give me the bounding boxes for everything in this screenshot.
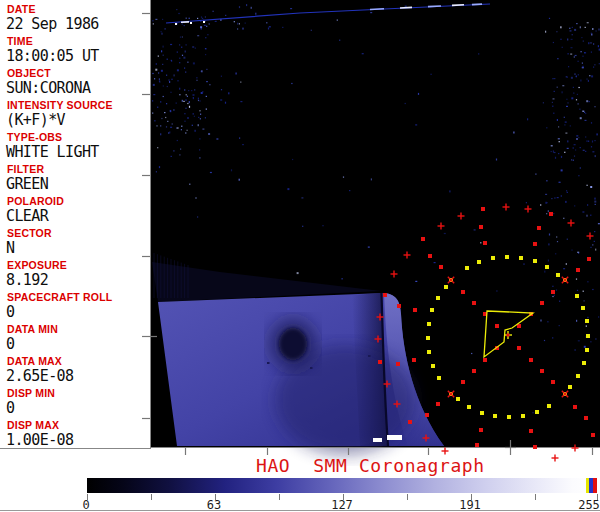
- noise-speckle: [156, 125, 157, 126]
- noise-speckle: [567, 39, 568, 41]
- grid-dot-red: [573, 405, 577, 409]
- noise-speckle: [578, 61, 579, 62]
- noise-speckle: [337, 20, 338, 21]
- grid-dot-red: [591, 433, 595, 437]
- noise-speckle: [595, 249, 596, 251]
- noise-speckle: [555, 253, 556, 254]
- noise-speckle: [557, 241, 558, 242]
- image-seam: [382, 293, 389, 446]
- noise-speckle: [202, 91, 203, 92]
- noise-speckle: [587, 185, 588, 186]
- noise-speckle: [155, 19, 157, 20]
- sidebar-field: TIME18:00:05 UT: [0, 32, 150, 64]
- noise-speckle: [180, 37, 181, 38]
- noise-speckle: [571, 97, 573, 99]
- noise-speckle: [496, 290, 497, 291]
- noise-speckle: [157, 107, 158, 108]
- noise-speckle: [571, 250, 572, 251]
- grid-dot-yellow: [533, 259, 537, 263]
- colorbar-tick: [407, 494, 408, 500]
- noise-speckle: [185, 72, 186, 73]
- noise-speckle: [526, 202, 527, 203]
- noise-speckle: [562, 91, 563, 93]
- noise-speckle: [562, 47, 563, 48]
- noise-speckle: [575, 55, 577, 56]
- saturated-dash: [387, 435, 402, 440]
- noise-speckle: [161, 118, 162, 119]
- noise-speckle: [177, 69, 179, 71]
- sparkle-pixel: [203, 21, 205, 23]
- noise-speckle: [562, 85, 564, 86]
- noise-speckle: [246, 4, 247, 6]
- noise-speckle: [590, 42, 591, 43]
- noise-speckle: [554, 295, 555, 296]
- noise-speckle: [556, 290, 557, 291]
- noise-speckle: [597, 133, 598, 135]
- noise-speckle: [181, 47, 182, 48]
- grid-dot-yellow: [437, 376, 441, 380]
- noise-speckle: [169, 131, 170, 133]
- noise-speckle: [371, 178, 372, 180]
- noise-speckle: [431, 74, 432, 75]
- noise-speckle: [239, 138, 240, 139]
- grid-dot-yellow: [444, 285, 448, 289]
- noise-speckle: [179, 88, 180, 90]
- noise-speckle: [535, 174, 536, 175]
- noise-speckle: [549, 234, 550, 236]
- noise-speckle: [554, 91, 555, 92]
- grid-dot-yellow: [491, 256, 495, 260]
- noise-speckle: [583, 150, 585, 151]
- noise-speckle: [568, 66, 569, 67]
- noise-speckle: [171, 79, 172, 80]
- noise-speckle: [576, 135, 578, 136]
- noise-speckle: [155, 69, 157, 71]
- grid-dot-red: [421, 237, 425, 241]
- noise-speckle: [269, 26, 271, 27]
- grid-dot-yellow: [456, 397, 460, 401]
- noise-speckle: [546, 213, 547, 214]
- noise-speckle: [177, 140, 178, 141]
- noise-speckle: [578, 103, 579, 104]
- noise-speckle: [574, 144, 576, 145]
- grid-dot-red: [529, 429, 533, 433]
- grid-dot-red: [495, 346, 499, 350]
- sidebar-field: SPACECRAFT ROLL0: [0, 288, 150, 320]
- noise-speckle: [592, 151, 594, 152]
- grid-dot-red: [533, 445, 537, 449]
- noise-speckle: [587, 281, 588, 282]
- noise-speckle: [182, 100, 183, 102]
- noise-speckle: [189, 101, 190, 103]
- noise-speckle: [585, 136, 586, 137]
- noise-speckle: [362, 53, 364, 54]
- noise-speckle: [188, 90, 189, 91]
- noise-speckle: [546, 127, 547, 128]
- noise-speckle: [266, 22, 267, 23]
- noise-speckle: [193, 97, 194, 99]
- noise-speckle: [162, 19, 163, 20]
- noise-speckle: [572, 27, 573, 28]
- noise-speckle: [202, 129, 204, 130]
- noise-speckle: [585, 27, 586, 28]
- noise-speckle: [578, 74, 579, 75]
- sidebar-field-value: 0: [6, 400, 150, 416]
- colorbar-tick-label: 255: [578, 498, 600, 512]
- noise-speckle: [205, 54, 206, 55]
- noise-speckle: [153, 23, 154, 24]
- noise-speckle: [201, 28, 202, 30]
- noise-speckle: [231, 169, 232, 171]
- noise-speckle: [193, 113, 194, 114]
- noise-speckle: [577, 252, 579, 253]
- noise-speckle: [343, 177, 344, 178]
- noise-speckle: [583, 291, 584, 292]
- noise-speckle: [199, 157, 200, 158]
- noise-speckle: [187, 117, 188, 119]
- noise-speckle: [584, 52, 585, 53]
- noise-speckle: [197, 216, 198, 217]
- noise-speckle: [239, 23, 240, 24]
- noise-speckle: [207, 34, 208, 35]
- noise-speckle: [162, 64, 163, 65]
- grid-dot-red: [428, 254, 432, 258]
- noise-speckle: [527, 118, 528, 120]
- noise-speckle: [152, 20, 153, 21]
- noise-speckle: [582, 63, 583, 64]
